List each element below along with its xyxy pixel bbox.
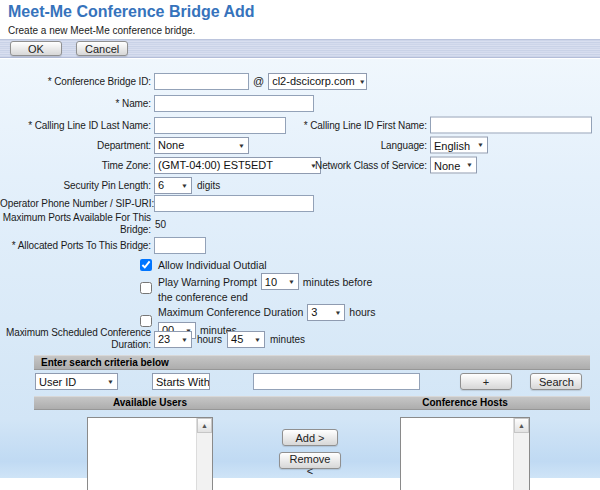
scheduled-minutes-label: minutes — [270, 334, 305, 345]
domain-select[interactable]: cl2-dscicorp.com ▼ — [268, 73, 367, 90]
department-select-value: None — [158, 139, 184, 151]
row-conference-bridge-id: * Conference Bridge ID: @ cl2-dscicorp.c… — [0, 72, 600, 90]
max-duration-hours-value: 3 — [311, 306, 317, 318]
form-pane: * Conference Bridge ID: @ cl2-dscicorp.c… — [0, 59, 600, 478]
play-warning-minutes-value: 10 — [265, 276, 277, 288]
security-pin-length-label: Security Pin Length: — [0, 180, 151, 191]
language-select[interactable]: English ▼ — [430, 137, 488, 154]
operator-number-label: Operator Phone Number / SIP-URI: — [0, 198, 151, 209]
play-warning-prompt-label: Play Warning Prompt — [158, 276, 257, 288]
scheduled-hours-select[interactable]: 23 ▼ — [154, 331, 192, 348]
name-input[interactable] — [154, 95, 314, 112]
clid-first-name-input[interactable] — [430, 117, 592, 134]
row-name: * Name: — [0, 94, 600, 112]
row-timezone-ncos: Time Zone: (GMT-04:00) EST5EDT ▼ Network… — [0, 156, 600, 174]
meet-me-conference-bridge-add-page: Meet-Me Conference Bridge Add Create a n… — [0, 0, 600, 490]
ok-button[interactable]: OK — [10, 41, 62, 56]
scheduled-minutes-select[interactable]: 45 ▼ — [227, 331, 265, 348]
search-mode-value: Starts With — [156, 376, 210, 388]
allocated-ports-input[interactable] — [154, 237, 206, 254]
dropdown-arrow-icon: ▼ — [288, 279, 295, 285]
page-title: Meet-Me Conference Bridge Add — [8, 3, 255, 21]
time-zone-label: Time Zone: — [0, 160, 151, 171]
row-max-scheduled-duration: Maximum Scheduled Conference Duration: 2… — [0, 326, 600, 352]
scroll-up-icon[interactable]: ▲ — [197, 418, 212, 433]
available-users-scrollbar[interactable]: ▲ — [196, 418, 212, 490]
clid-last-name-input[interactable] — [154, 117, 286, 134]
clid-last-name-label: * Calling Line ID Last Name: — [0, 120, 151, 131]
page-header: Meet-Me Conference Bridge Add Create a n… — [0, 0, 600, 39]
row-max-ports-available: Maximum Ports Available For This Bridge:… — [0, 211, 600, 237]
conference-end-label: the conference end — [158, 291, 248, 303]
scheduled-hours-label: hours — [197, 334, 222, 345]
max-ports-available-label: Maximum Ports Available For This Bridge: — [0, 212, 151, 236]
dropdown-arrow-icon: ▼ — [359, 78, 366, 84]
page-subtitle: Create a new Meet-Me conference bridge. — [8, 25, 195, 36]
available-users-listbox[interactable]: ▲ — [87, 417, 213, 490]
dropdown-arrow-icon: ▼ — [254, 336, 261, 342]
dropdown-arrow-icon: ▼ — [181, 336, 188, 342]
conference-hosts-header: Conference Hosts — [400, 397, 530, 409]
play-warning-prompt-checkbox[interactable] — [140, 282, 152, 294]
dropdown-arrow-icon: ▼ — [477, 142, 484, 148]
conference-hosts-listbox[interactable]: ▲ — [400, 417, 530, 490]
transfer-header-bar: Available Users Conference Hosts — [34, 396, 590, 410]
search-row: User ID ▼ Starts With ▼ + Search — [0, 373, 600, 391]
search-input[interactable] — [253, 373, 420, 390]
row-allocated-ports: * Allocated Ports To This Bridge: — [0, 236, 600, 254]
conference-bridge-id-input[interactable] — [154, 73, 249, 90]
minutes-before-label: minutes before — [303, 276, 372, 288]
row-department-language: Department: None ▼ Language: English ▼ — [0, 136, 600, 154]
available-users-list[interactable] — [88, 418, 196, 490]
department-label: Department: — [0, 140, 151, 151]
search-button[interactable]: Search — [530, 373, 582, 390]
add-criteria-button[interactable]: + — [460, 373, 512, 390]
row-operator-number: Operator Phone Number / SIP-URI: — [0, 194, 600, 212]
dropdown-arrow-icon: ▼ — [334, 309, 341, 315]
allow-individual-outdial-checkbox[interactable] — [140, 259, 152, 271]
name-label: * Name: — [0, 98, 151, 109]
row-security-pin-length: Security Pin Length: 6 ▼ digits — [0, 176, 600, 194]
language-select-value: English — [434, 139, 470, 151]
hours-label: hours — [349, 306, 375, 318]
scheduled-hours-value: 23 — [158, 333, 170, 345]
available-users-header: Available Users — [87, 397, 213, 409]
allocated-ports-label: * Allocated Ports To This Bridge: — [0, 240, 151, 251]
cancel-button[interactable]: Cancel — [76, 41, 128, 56]
dropdown-arrow-icon: ▼ — [181, 182, 188, 188]
security-pin-length-select[interactable]: 6 ▼ — [154, 177, 192, 194]
domain-select-value: cl2-dscicorp.com — [272, 75, 355, 87]
dropdown-arrow-icon: ▼ — [466, 162, 473, 168]
search-criteria-header: Enter search criteria below — [34, 355, 590, 370]
add-button[interactable]: Add > — [282, 429, 338, 446]
scroll-up-icon[interactable]: ▲ — [514, 418, 529, 433]
search-mode-select[interactable]: Starts With ▼ — [152, 373, 210, 390]
search-field-value: User ID — [39, 376, 76, 388]
operator-number-input[interactable] — [154, 195, 314, 212]
allow-individual-outdial-label: Allow Individual Outdial — [158, 259, 267, 271]
network-class-of-service-label: Network Class of Service: — [280, 160, 427, 171]
network-class-of-service-select[interactable]: None ▼ — [430, 157, 477, 174]
conference-hosts-list[interactable] — [401, 418, 513, 490]
play-warning-minutes-select[interactable]: 10 ▼ — [261, 273, 299, 290]
clid-first-name-label: * Calling Line ID First Name: — [280, 120, 427, 131]
max-conference-duration-label: Maximum Conference Duration — [158, 306, 303, 318]
max-duration-hours-select[interactable]: 3 ▼ — [307, 304, 345, 321]
remove-button[interactable]: Remove < — [279, 452, 341, 469]
security-pin-length-value: 6 — [158, 179, 164, 191]
conference-bridge-id-label: * Conference Bridge ID: — [0, 76, 151, 87]
language-label: Language: — [280, 140, 427, 151]
digits-suffix-label: digits — [197, 180, 220, 191]
scheduled-minutes-value: 45 — [231, 333, 243, 345]
at-symbol: @ — [253, 75, 264, 87]
time-zone-select-value: (GMT-04:00) EST5EDT — [158, 159, 273, 171]
max-ports-available-value: 50 — [155, 219, 166, 230]
dropdown-arrow-icon: ▼ — [238, 142, 245, 148]
department-select[interactable]: None ▼ — [154, 137, 249, 154]
max-scheduled-duration-label: Maximum Scheduled Conference Duration: — [0, 327, 151, 351]
toolbar: OK Cancel — [0, 39, 600, 58]
dropdown-arrow-icon: ▼ — [107, 379, 114, 385]
row-play-warning-prompt: Play Warning Prompt 10 ▼ minutes before … — [0, 272, 600, 304]
search-field-select[interactable]: User ID ▼ — [35, 373, 118, 390]
conference-hosts-scrollbar[interactable]: ▲ — [513, 418, 529, 490]
